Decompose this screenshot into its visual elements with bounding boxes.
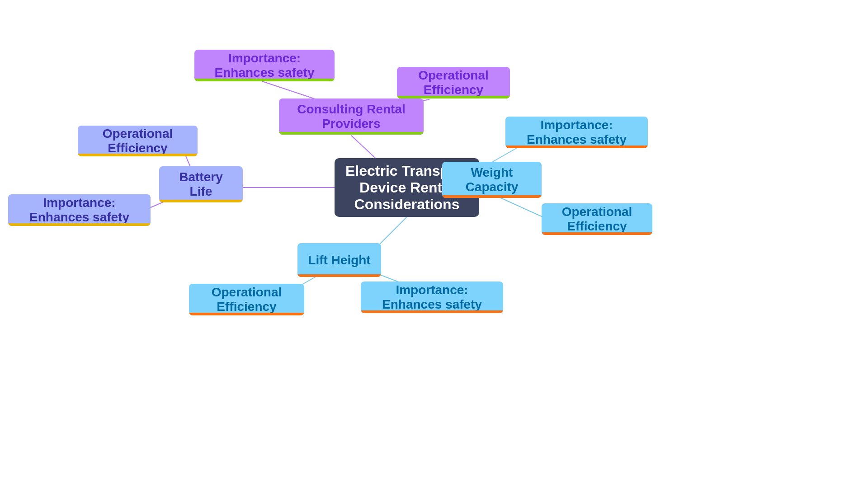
weight-capacity-label: Weight Capacity	[451, 165, 533, 194]
operational-top-right-node: Operational Efficiency	[397, 67, 510, 99]
operational-battery-label: Operational Efficiency	[87, 127, 189, 155]
importance-battery-node: Importance: Enhances safety	[8, 194, 151, 226]
importance-lift-label: Importance: Enhances safety	[370, 283, 494, 312]
operational-lift-node: Operational Efficiency	[189, 284, 304, 315]
svg-line-1	[262, 81, 316, 99]
operational-lift-label: Operational Efficiency	[198, 285, 295, 314]
weight-capacity-node: Weight Capacity	[442, 162, 542, 198]
operational-weight-label: Operational Efficiency	[551, 205, 643, 234]
operational-weight-node: Operational Efficiency	[542, 203, 652, 235]
lift-height-node: Lift Height	[297, 243, 381, 277]
importance-top-node: Importance: Enhances safety	[194, 50, 335, 81]
importance-top-label: Importance: Enhances safety	[203, 51, 326, 80]
importance-weight-node: Importance: Enhances safety	[505, 117, 648, 148]
battery-life-node: Battery Life	[159, 166, 243, 202]
importance-weight-label: Importance: Enhances safety	[514, 118, 639, 147]
battery-life-label: Battery Life	[168, 170, 234, 199]
importance-lift-node: Importance: Enhances safety	[361, 282, 503, 313]
operational-top-right-label: Operational Efficiency	[406, 68, 501, 97]
importance-battery-label: Importance: Enhances safety	[17, 196, 142, 225]
consulting-node: Consulting Rental Providers	[279, 99, 424, 135]
operational-battery-node: Operational Efficiency	[78, 126, 198, 156]
consulting-label: Consulting Rental Providers	[288, 102, 415, 131]
lift-height-label: Lift Height	[308, 253, 370, 267]
svg-line-9	[380, 217, 407, 244]
